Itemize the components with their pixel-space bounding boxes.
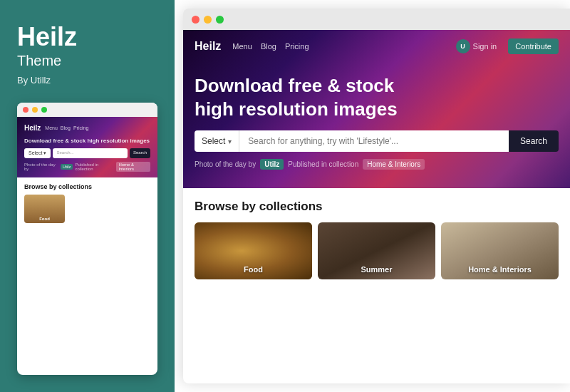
site-nav: Heilz Menu Blog Pricing U Sign in Contri… — [183, 30, 570, 63]
mini-search-row: Select ▾ Search... Search — [24, 148, 150, 158]
mini-nav-links: Menu Blog Pricing — [45, 125, 88, 130]
brand-subtitle: Theme — [17, 53, 157, 69]
hero-heading: Download free & stock high resolution im… — [195, 74, 559, 120]
mini-browse-title: Browse by collections — [24, 183, 150, 190]
browse-section: Browse by collections Food Summer Home &… — [183, 188, 570, 383]
mini-preview: Heilz Menu Blog Pricing Download free & … — [17, 103, 157, 375]
mini-select[interactable]: Select ▾ — [24, 148, 51, 158]
mini-dot-red — [23, 107, 28, 113]
brand-by: By Utillz — [17, 75, 157, 86]
browser-bar — [183, 9, 570, 30]
collection-food[interactable]: Food — [195, 222, 312, 279]
dot-green[interactable] — [216, 16, 224, 24]
mini-dot-yellow — [32, 107, 38, 113]
chevron-down-icon: ▾ — [228, 138, 232, 145]
left-panel: Heilz Theme By Utillz Heilz Menu Blog Pr… — [0, 0, 175, 392]
home-interiors-tag[interactable]: Home & Interiors — [363, 159, 425, 170]
mini-hero-text: Download free & stock high resolution im… — [24, 138, 150, 144]
user-avatar: U — [456, 39, 470, 53]
mini-coll-summer[interactable] — [67, 195, 108, 223]
mini-tags: Photo of the day by Utilz Published in c… — [24, 162, 150, 172]
brand-title: Heilz — [17, 23, 157, 51]
collection-summer[interactable]: Summer — [318, 222, 435, 279]
hero-section: Heilz Menu Blog Pricing U Sign in Contri… — [183, 30, 570, 188]
browse-title: Browse by collections — [195, 200, 559, 214]
mini-hero: Heilz Menu Blog Pricing Download free & … — [17, 117, 157, 177]
mini-logo: Heilz — [24, 124, 41, 132]
dot-red[interactable] — [192, 16, 200, 24]
search-row: Select ▾ Search — [195, 130, 559, 152]
right-panel: Heilz Menu Blog Pricing U Sign in Contri… — [183, 9, 570, 383]
contribute-button[interactable]: Contribute — [508, 38, 559, 54]
mini-dot-green — [41, 107, 47, 113]
hero-text-area: Download free & stock high resolution im… — [183, 63, 570, 188]
mini-coll-home[interactable] — [110, 195, 150, 223]
site-logo: Heilz — [195, 40, 221, 53]
search-input[interactable] — [239, 130, 509, 152]
collections-row: Food Summer Home & Interiors — [195, 222, 559, 279]
nav-pricing[interactable]: Pricing — [285, 42, 309, 51]
nav-menu[interactable]: Menu — [232, 42, 252, 51]
mini-browser-bar — [17, 103, 157, 117]
mini-bottom: Browse by collections Food — [17, 177, 157, 229]
category-select[interactable]: Select ▾ — [195, 130, 239, 152]
mini-nav: Heilz Menu Blog Pricing — [24, 124, 150, 132]
nav-blog[interactable]: Blog — [261, 42, 276, 51]
hero-tags: Photo of the day by Utilz Published in c… — [195, 159, 559, 180]
signin-button[interactable]: U Sign in — [456, 39, 497, 53]
dot-yellow[interactable] — [204, 16, 212, 24]
mini-search-btn[interactable]: Search — [130, 148, 150, 158]
collection-home-interiors[interactable]: Home & Interiors — [441, 222, 559, 279]
search-button[interactable]: Search — [509, 130, 559, 152]
mini-content: Heilz Menu Blog Pricing Download free & … — [17, 117, 157, 375]
nav-links: Menu Blog Pricing — [232, 42, 309, 51]
mini-collections-row: Food — [24, 195, 150, 223]
utilz-tag[interactable]: Utilz — [260, 159, 284, 170]
main-content: Heilz Menu Blog Pricing U Sign in Contri… — [183, 30, 570, 383]
mini-search-input[interactable]: Search... — [53, 148, 128, 158]
mini-coll-food[interactable]: Food — [24, 195, 65, 223]
